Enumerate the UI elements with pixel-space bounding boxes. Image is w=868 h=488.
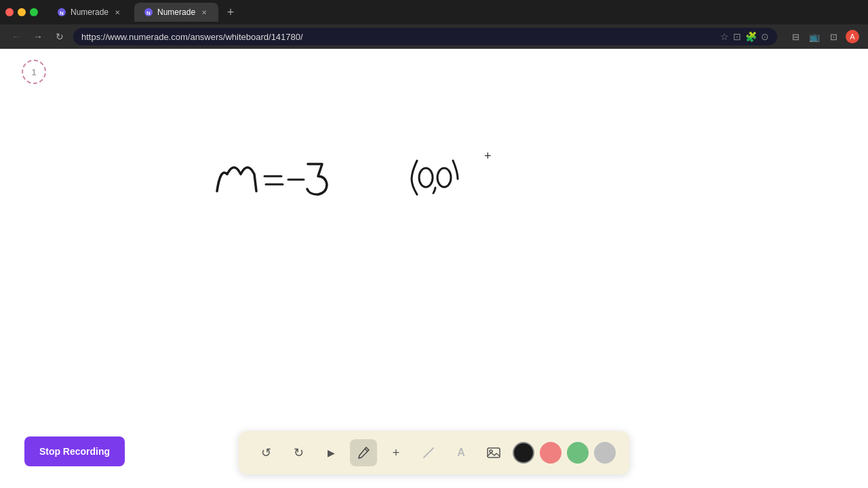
whiteboard[interactable]: 1 +	[0, 49, 868, 488]
address-bar[interactable]: https://www.numerade.com/answers/whitebo…	[73, 28, 777, 45]
eraser-icon	[422, 446, 435, 460]
browser-tab-1[interactable]: N Numerade ✕	[47, 3, 132, 22]
side-panel-icon[interactable]: ⊡	[826, 29, 841, 44]
svg-line-9	[365, 449, 368, 451]
color-green[interactable]	[567, 442, 589, 464]
account-icon[interactable]: ⊙	[761, 31, 769, 42]
svg-text:N: N	[146, 10, 151, 16]
undo-button[interactable]: ↺	[252, 439, 279, 466]
svg-rect-11	[488, 448, 500, 458]
color-gray[interactable]	[594, 442, 616, 464]
tab-1-favicon: N	[57, 7, 66, 17]
tab-2-title: Numerade	[157, 7, 195, 17]
cast-icon[interactable]: ⊡	[733, 31, 741, 42]
tab-1-close-button[interactable]: ✕	[113, 7, 122, 17]
cast-tab-icon[interactable]: 📺	[807, 29, 822, 44]
address-bar-row: ← → ↻ https://www.numerade.com/answers/w…	[0, 24, 868, 49]
address-text: https://www.numerade.com/answers/whitebo…	[81, 32, 716, 42]
reload-button[interactable]: ↻	[52, 28, 68, 45]
svg-text:N: N	[60, 10, 64, 16]
close-window-button[interactable]	[5, 8, 14, 16]
back-button[interactable]: ←	[8, 28, 24, 45]
tab-1-title: Numerade	[71, 7, 108, 17]
page-number: 1	[31, 67, 36, 77]
svg-point-7	[419, 168, 433, 187]
screen-capture-icon[interactable]: ⊟	[788, 29, 803, 44]
image-icon	[486, 445, 501, 460]
traffic-lights	[5, 8, 38, 16]
address-icons: ☆ ⊡ 🧩 ⊙	[720, 31, 769, 42]
browser-actions: ⊟ 📺 ⊡ A	[788, 29, 860, 44]
minimize-window-button[interactable]	[18, 8, 26, 16]
add-shape-button[interactable]: +	[382, 439, 410, 466]
pen-tool-button[interactable]	[350, 439, 377, 466]
pen-icon	[357, 446, 370, 460]
text-tool-button[interactable]: A	[448, 439, 475, 466]
eraser-button[interactable]	[415, 439, 442, 466]
forward-button[interactable]: →	[30, 28, 46, 45]
cursor-crosshair: +	[484, 149, 492, 163]
redo-button[interactable]: ↻	[285, 439, 312, 466]
browser-tab-2[interactable]: N Numerade ✕	[134, 3, 218, 22]
select-tool-button[interactable]: ▶	[317, 439, 344, 466]
main-content: 1 +	[0, 49, 868, 488]
new-tab-button[interactable]: +	[221, 3, 240, 22]
color-pink[interactable]	[540, 442, 561, 464]
whiteboard-toolbar: ↺ ↻ ▶ +	[239, 431, 629, 474]
svg-point-8	[437, 168, 451, 187]
svg-line-10	[424, 448, 433, 458]
tab-bar: N Numerade ✕ N Numerade ✕ +	[0, 0, 868, 24]
maximize-window-button[interactable]	[30, 8, 38, 16]
extensions-icon[interactable]: 🧩	[745, 31, 757, 42]
image-insert-button[interactable]	[480, 439, 507, 466]
profile-icon[interactable]: A	[845, 29, 860, 44]
bookmark-icon[interactable]: ☆	[720, 31, 729, 42]
browser-chrome: N Numerade ✕ N Numerade ✕ + ← → ↻ https:…	[0, 0, 868, 49]
color-black[interactable]	[513, 442, 534, 464]
stop-recording-button[interactable]: Stop Recording	[24, 436, 125, 466]
whiteboard-drawing	[0, 49, 868, 488]
tab-2-close-button[interactable]: ✕	[199, 7, 209, 17]
page-indicator: 1	[22, 60, 46, 84]
tab-2-favicon: N	[144, 7, 153, 17]
